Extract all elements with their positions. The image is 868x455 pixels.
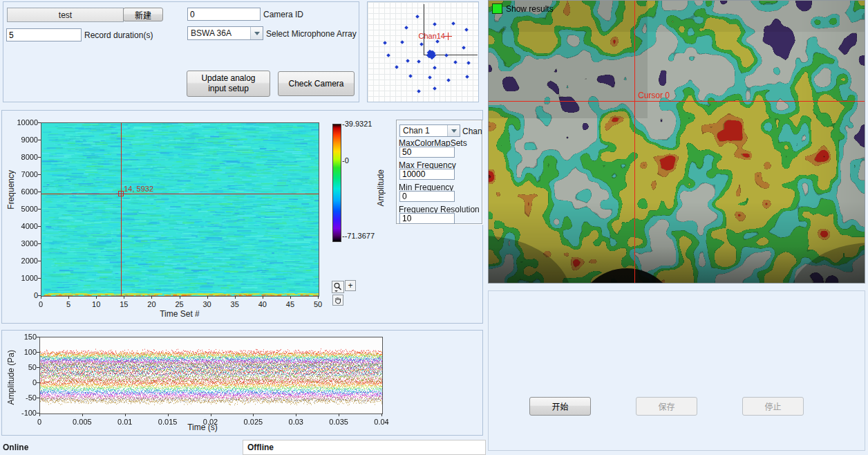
axis-tick-label: 7000 <box>10 170 38 178</box>
camera-result-view[interactable]: Cursor 0 Show results <box>488 0 865 284</box>
axis-tick-label: 0.01 <box>110 418 140 426</box>
axis-tick-mark <box>38 261 41 261</box>
camera-id-input[interactable] <box>187 8 261 21</box>
hand-icon <box>334 296 342 304</box>
axis-tick-mark <box>296 414 296 416</box>
save-button[interactable]: 保存 <box>636 397 697 416</box>
mic-marker <box>465 75 469 79</box>
axis-tick-mark <box>38 278 41 279</box>
maxcolormapsets-input[interactable] <box>399 147 455 158</box>
spectrogram-x-axis-label: Time Set # <box>138 309 221 319</box>
mic-marker <box>464 28 469 32</box>
show-results-checkbox[interactable] <box>492 3 502 14</box>
axis-tick-mark <box>381 414 382 416</box>
mic-marker <box>417 89 421 93</box>
axis-tick-mark <box>253 414 254 416</box>
axis-tick-label: 0.04 <box>366 418 397 426</box>
mic-array-plot[interactable]: Chan14 <box>367 1 479 102</box>
amplitude-colorbar <box>332 124 341 242</box>
mic-array-select[interactable]: BSWA 36A <box>187 26 263 40</box>
axis-tick-label: 10 <box>86 300 106 308</box>
record-duration-input[interactable] <box>6 28 82 41</box>
image-cursor-hline[interactable] <box>489 101 865 102</box>
axis-tick-mark <box>207 296 208 299</box>
spectrogram-panel: Frequency 14, 5932 Time Set # -39.9321 -… <box>1 110 483 324</box>
stop-button[interactable]: 停止 <box>742 397 804 416</box>
offline-status: Offline <box>247 443 274 452</box>
mic-marker <box>419 42 424 46</box>
axis-tick-label: 50 <box>10 363 37 371</box>
axis-tick-mark <box>37 352 39 353</box>
colorbar-max-tick: -39.9321 <box>342 120 372 128</box>
axis-tick-mark <box>37 337 39 337</box>
axis-tick-label: 9000 <box>10 136 38 144</box>
update-analog-input-button[interactable]: Update analog input setup <box>187 71 270 97</box>
mic-marker <box>383 41 387 45</box>
waveform-frame <box>39 337 383 414</box>
axis-tick-mark <box>211 414 211 416</box>
frequency-resolution-input[interactable] <box>399 213 455 224</box>
mic-marker <box>408 74 413 78</box>
mic-array-value: BSWA 36A <box>191 28 232 38</box>
setup-panel: test 新建 Camera ID Record duration(s) BSW… <box>3 1 359 102</box>
axis-tick-mark <box>339 414 339 416</box>
mic-marker <box>386 53 390 57</box>
mic-marker <box>400 40 404 44</box>
axis-tick-mark <box>38 192 41 192</box>
acoustic-camera-app: test 新建 Camera ID Record duration(s) BSW… <box>0 0 868 455</box>
camera-id-label: Camera ID <box>263 10 303 19</box>
mic-marker <box>453 60 457 64</box>
axis-tick-mark <box>82 414 83 416</box>
channel-select-label: Chan <box>462 127 482 136</box>
image-cursor-vline[interactable] <box>634 1 635 283</box>
axis-tick-mark <box>235 296 236 299</box>
waveform-panel: Amplitude (Pa) Time (s) 150100500-50-100… <box>1 330 483 436</box>
crosshair-icon: + <box>348 281 352 290</box>
chevron-down-icon[interactable] <box>447 125 460 136</box>
axis-tick-label: 5 <box>58 300 79 308</box>
project-name-box[interactable]: test <box>7 8 124 22</box>
channel-select[interactable]: Chan 1 <box>399 124 460 137</box>
axis-tick-mark <box>318 296 319 299</box>
spectrogram-plot[interactable] <box>41 123 319 296</box>
axis-tick-mark <box>124 296 124 299</box>
axis-tick-mark <box>290 296 291 299</box>
axis-tick-label: 2000 <box>10 257 38 265</box>
mic-marker <box>433 66 437 70</box>
axis-tick-label: 150 <box>10 333 37 341</box>
axis-tick-mark <box>38 226 41 227</box>
axis-tick-mark <box>38 209 41 210</box>
max-frequency-input[interactable] <box>399 169 455 180</box>
new-project-button[interactable]: 新建 <box>123 8 163 21</box>
axis-tick-label: 0 <box>30 300 51 308</box>
axis-tick-label: 40 <box>252 300 273 308</box>
pan-tool-button[interactable] <box>332 295 343 306</box>
offline-status-box: Offline <box>243 440 486 455</box>
beamforming-heatmap[interactable] <box>489 1 865 283</box>
project-name: test <box>59 10 72 20</box>
mic-marker <box>433 86 437 91</box>
mic-marker <box>417 59 421 64</box>
min-frequency-input[interactable] <box>399 191 455 202</box>
mic-marker <box>466 61 471 65</box>
mic-marker <box>451 21 455 26</box>
zoom-tool-button[interactable] <box>332 281 344 293</box>
axis-tick-mark <box>38 140 41 140</box>
check-camera-button[interactable]: Check Camera <box>278 71 355 96</box>
spectrogram-frame: 14, 5932 <box>41 122 319 297</box>
axis-tick-label: 45 <box>280 300 301 308</box>
spectrogram-cursor-label: 14, 5932 <box>124 185 153 193</box>
online-status: Online <box>3 443 28 452</box>
mic-marker <box>395 65 399 69</box>
chevron-down-icon[interactable] <box>250 27 263 39</box>
axis-tick-label: 6000 <box>10 187 38 196</box>
cursor-tool-button[interactable]: + <box>345 280 356 291</box>
axis-tick-mark <box>41 296 41 299</box>
axis-tick-label: 50 <box>308 300 328 308</box>
waveform-plot[interactable] <box>40 337 382 414</box>
start-button[interactable]: 开始 <box>529 397 591 416</box>
colorbar-title: Amplitude <box>376 169 386 206</box>
axis-tick-mark <box>180 296 180 299</box>
axis-tick-mark <box>37 382 39 383</box>
axis-tick-label: 30 <box>197 300 218 308</box>
